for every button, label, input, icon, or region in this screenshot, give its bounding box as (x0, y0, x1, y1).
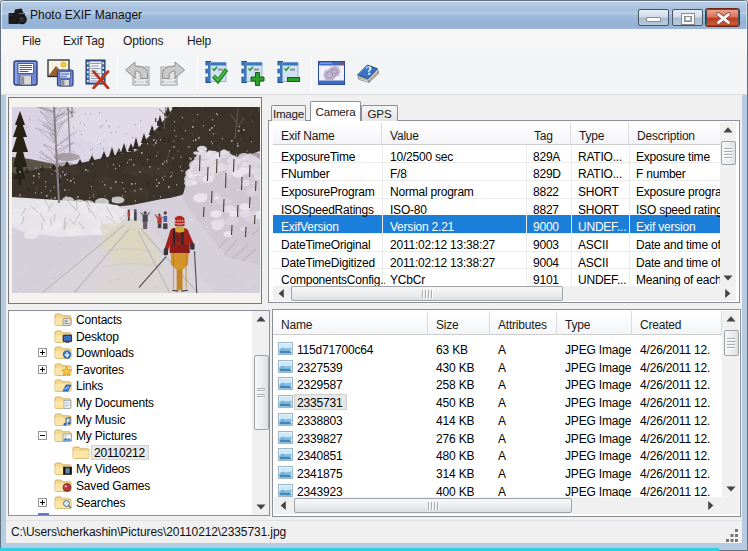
svg-text:?: ? (365, 63, 373, 78)
